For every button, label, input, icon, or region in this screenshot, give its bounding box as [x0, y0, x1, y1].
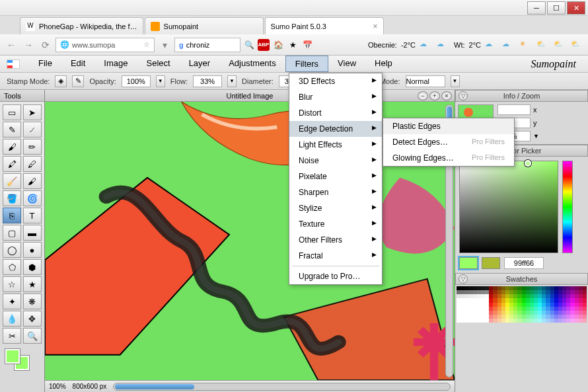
- menu-adjustments[interactable]: Adjustments: [219, 56, 285, 72]
- filter-edge-detection[interactable]: Edge Detection▶: [289, 121, 382, 137]
- upgrade-to-pro[interactable]: Upgrade to Pro…: [289, 268, 382, 284]
- menu-edit[interactable]: Edit: [61, 56, 94, 72]
- tool-ellipse[interactable]: ◯: [3, 242, 21, 258]
- tool-star-fill[interactable]: ★: [23, 276, 42, 292]
- blend-select[interactable]: [406, 75, 445, 87]
- tool-text[interactable]: T: [23, 208, 42, 223]
- forward-button[interactable]: →: [21, 38, 36, 52]
- menu-file[interactable]: File: [29, 56, 61, 72]
- browser-tab-wikipedia[interactable]: W PhoneGap - Wikipedia, the f…: [20, 17, 143, 34]
- browser-tab-sumopaint-app[interactable]: Sumo Paint 5.0.3 ×: [265, 17, 384, 34]
- tool-marquee[interactable]: ▭: [3, 104, 21, 120]
- filter-noise[interactable]: Noise▶: [289, 153, 382, 169]
- tool-polygon[interactable]: ⬠: [3, 259, 21, 275]
- collapse-icon[interactable]: ▽: [459, 91, 468, 100]
- color-cursor[interactable]: [525, 160, 531, 167]
- edge-plastic-edges[interactable]: Plastic Edges: [383, 118, 514, 134]
- filter-texture[interactable]: Texture▶: [289, 216, 382, 232]
- horizontal-scrollbar[interactable]: [113, 383, 451, 391]
- secondary-swatch[interactable]: [482, 257, 500, 269]
- bookmark-icon[interactable]: ☆: [143, 40, 150, 49]
- edge-detect-edges[interactable]: Detect Edges…Pro Filters: [383, 134, 514, 150]
- address-bar[interactable]: 🌐 www.sumopa ☆: [55, 38, 155, 52]
- search-icon[interactable]: 🔍: [243, 39, 255, 51]
- home-icon[interactable]: 🏠: [272, 39, 284, 51]
- dropdown-button[interactable]: ▾: [157, 38, 172, 52]
- filter-stylize[interactable]: Stylize▶: [289, 200, 382, 216]
- menu-select[interactable]: Select: [137, 56, 180, 72]
- window-minimize-button[interactable]: ─: [527, 1, 546, 15]
- tool-zoom[interactable]: 🔍: [23, 328, 42, 344]
- color-swatches[interactable]: [0, 346, 44, 373]
- zoom-close-button[interactable]: ×: [441, 91, 452, 100]
- fg-swatch[interactable]: [459, 257, 478, 269]
- flow-dropdown[interactable]: ▼: [227, 75, 237, 87]
- filter-light-effects[interactable]: Light Effects▶: [289, 137, 382, 153]
- window-maximize-button[interactable]: ☐: [547, 1, 566, 15]
- window-close-button[interactable]: ✕: [567, 1, 585, 15]
- tool-blur[interactable]: 💧: [3, 311, 21, 327]
- fg-color-swatch[interactable]: [5, 349, 20, 364]
- color-gradient[interactable]: [459, 161, 558, 253]
- tool-clone[interactable]: ⎘: [3, 208, 21, 223]
- tool-paint[interactable]: 🖌: [23, 173, 42, 189]
- menu-image[interactable]: Image: [94, 56, 137, 72]
- tool-eraser[interactable]: 🧹: [3, 173, 21, 189]
- info-panel-header[interactable]: ▽ Info / Zoom: [455, 90, 588, 102]
- filter-other-filters[interactable]: Other Filters▶: [289, 232, 382, 248]
- filter-distort[interactable]: Distort▶: [289, 105, 382, 121]
- tool-pencil[interactable]: ✏: [23, 139, 42, 155]
- menu-layer[interactable]: Layer: [180, 56, 220, 72]
- x-input[interactable]: [497, 104, 531, 115]
- hue-slider[interactable]: [562, 161, 573, 253]
- chevron-down-icon[interactable]: ▼: [533, 133, 539, 139]
- filter-fractal[interactable]: Fractal▶: [289, 248, 382, 264]
- filter-pixelate[interactable]: Pixelate▶: [289, 169, 382, 184]
- tool-ellipse-fill[interactable]: ●: [23, 242, 42, 258]
- tool-move[interactable]: ➤: [23, 104, 42, 120]
- filter-3d-effects[interactable]: 3D Effects▶: [289, 73, 382, 89]
- language-flag-icon[interactable]: [7, 59, 20, 69]
- collapse-icon[interactable]: ▽: [459, 274, 468, 284]
- menu-filters[interactable]: Filters: [285, 56, 328, 72]
- tool-polygon-fill[interactable]: ⬢: [23, 259, 42, 275]
- tool-rect-fill[interactable]: ▬: [23, 225, 42, 241]
- hex-input[interactable]: [504, 257, 544, 269]
- menu-help[interactable]: Help: [365, 56, 402, 72]
- star-icon[interactable]: ★: [287, 39, 299, 51]
- menu-view[interactable]: View: [328, 56, 365, 72]
- calendar-icon[interactable]: 📅: [301, 39, 313, 51]
- filter-blur[interactable]: Blur▶: [289, 89, 382, 105]
- swatches-grid[interactable]: [457, 286, 587, 323]
- browser-tab-sumopaint[interactable]: Sumopaint: [145, 17, 264, 34]
- filter-sharpen[interactable]: Sharpen▶: [289, 184, 382, 200]
- tool-transform[interactable]: ✥: [23, 311, 42, 327]
- tool-brush[interactable]: 🖌: [3, 139, 21, 155]
- close-icon[interactable]: ×: [373, 22, 378, 31]
- tool-gradient[interactable]: 🌀: [23, 190, 42, 206]
- reload-button[interactable]: ⟳: [38, 38, 53, 52]
- opacity-input[interactable]: [122, 75, 151, 87]
- back-button[interactable]: ←: [4, 38, 18, 52]
- swatches-panel-header[interactable]: ▽ Swatches: [455, 273, 588, 285]
- search-bar[interactable]: g chroniz: [174, 38, 240, 52]
- zoom-in-button[interactable]: +: [429, 91, 440, 100]
- tool-symmetry[interactable]: ❋: [23, 294, 42, 309]
- flow-input[interactable]: [193, 75, 222, 87]
- tool-star[interactable]: ☆: [3, 276, 21, 292]
- tool-ink[interactable]: 🖊: [23, 156, 42, 172]
- abp-icon[interactable]: ABP: [258, 39, 270, 51]
- zoom-out-button[interactable]: −: [418, 91, 428, 100]
- tool-rect[interactable]: ▢: [3, 225, 21, 241]
- tool-smudge[interactable]: 🖍: [3, 156, 21, 172]
- tool-bucket[interactable]: 🪣: [3, 190, 21, 206]
- stamp-mode-brush-button[interactable]: ✎: [72, 75, 84, 87]
- blend-dropdown[interactable]: ▼: [451, 75, 460, 87]
- stamp-mode-clone-button[interactable]: ◈: [55, 75, 67, 87]
- tool-burst[interactable]: ✦: [3, 294, 21, 309]
- tool-line[interactable]: ⟋: [23, 122, 42, 137]
- tool-crop[interactable]: ✂: [3, 328, 21, 344]
- swatch-cell[interactable]: [583, 319, 587, 323]
- tool-pen[interactable]: ✎: [3, 122, 21, 137]
- opacity-dropdown[interactable]: ▼: [156, 75, 165, 87]
